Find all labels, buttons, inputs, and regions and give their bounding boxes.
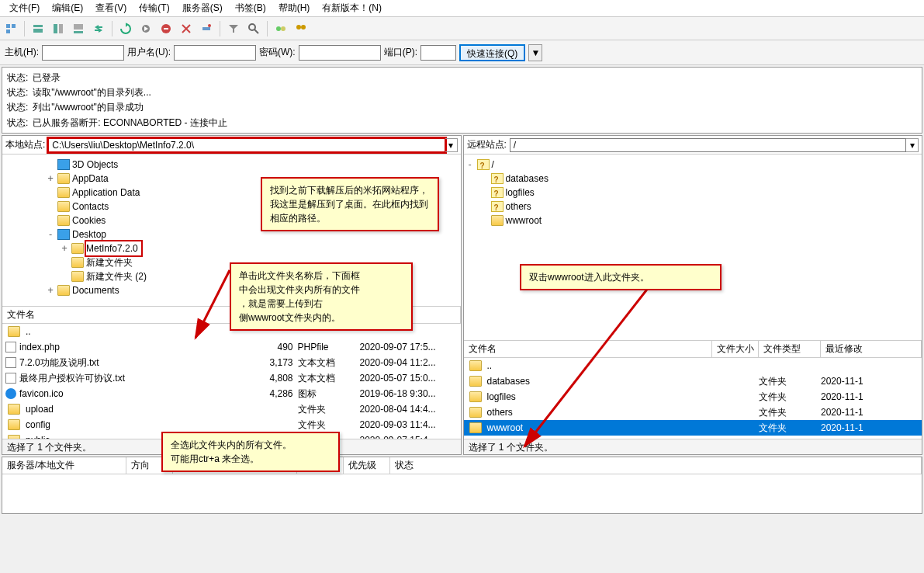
folder-icon bbox=[8, 419, 20, 430]
remote-file-list[interactable]: ..databases文件夹2020-11-1logfiles文件夹2020-1… bbox=[464, 358, 922, 439]
log-msg: 已从服务器断开: ECONNABORTED - 连接中止 bbox=[33, 116, 227, 130]
tree-label: logfiles bbox=[506, 186, 535, 200]
local-path-dropdown[interactable]: ▾ bbox=[445, 138, 458, 152]
search-icon[interactable] bbox=[244, 19, 263, 38]
filter-icon[interactable] bbox=[224, 19, 243, 38]
quickconnect-button[interactable]: 快速连接(Q) bbox=[459, 44, 525, 61]
col-date[interactable]: 最近修改 bbox=[821, 341, 922, 357]
col-name[interactable]: 文件名 bbox=[464, 341, 713, 357]
tree-node[interactable]: logfiles bbox=[465, 186, 921, 200]
log-label: 状态: bbox=[7, 71, 28, 85]
tree-toggle[interactable] bbox=[46, 186, 55, 200]
q-col-pri[interactable]: 优先级 bbox=[344, 457, 390, 474]
svg-point-17 bbox=[281, 26, 286, 31]
file-row[interactable]: 7.2.0功能及说明.txt3,173文本文档2020-09-04 11:2..… bbox=[2, 355, 461, 370]
local-path-label: 本地站点: bbox=[5, 138, 45, 151]
tree-toggle[interactable] bbox=[60, 255, 69, 269]
toggle-tree-icon[interactable] bbox=[49, 19, 67, 38]
col-name[interactable]: 文件名 bbox=[2, 307, 251, 323]
menu-server[interactable]: 服务器(S) bbox=[176, 0, 229, 16]
toolbar bbox=[0, 17, 924, 40]
menu-bookmark[interactable]: 书签(B) bbox=[229, 0, 272, 16]
col-size[interactable]: 文件大小 bbox=[712, 341, 759, 357]
log-msg: 列出"/wwwroot"的目录成功 bbox=[33, 100, 144, 115]
file-type: 文本文档 bbox=[298, 356, 360, 370]
file-row[interactable]: config文件夹2020-09-03 11:4... bbox=[2, 417, 461, 432]
process-queue-icon[interactable] bbox=[137, 19, 155, 38]
tree-toggle[interactable] bbox=[46, 214, 55, 227]
tree-toggle[interactable]: + bbox=[46, 172, 55, 186]
svg-point-14 bbox=[249, 24, 255, 30]
file-date: 2020-09-07 17:5... bbox=[360, 342, 461, 352]
file-row[interactable]: favicon.ico4,286图标2019-06-18 9:30... bbox=[2, 386, 461, 401]
col-type[interactable]: 文件类型 bbox=[759, 341, 821, 357]
toggle-log-icon[interactable] bbox=[29, 19, 47, 38]
file-name: config bbox=[26, 419, 50, 430]
tree-toggle[interactable]: + bbox=[46, 283, 55, 297]
svg-rect-8 bbox=[74, 31, 83, 33]
reconnect-icon[interactable] bbox=[197, 19, 216, 38]
file-row[interactable]: 最终用户授权许可协议.txt4,808文本文档2020-05-07 15:0..… bbox=[2, 370, 461, 386]
tree-toggle[interactable] bbox=[46, 200, 55, 214]
quickconnect-dropdown[interactable]: ▼ bbox=[528, 44, 542, 61]
tree-toggle[interactable] bbox=[479, 214, 489, 227]
refresh-icon[interactable] bbox=[116, 19, 135, 38]
tree-toggle[interactable]: - bbox=[46, 227, 55, 241]
file-row[interactable]: databases文件夹2020-11-1 bbox=[464, 373, 922, 389]
svg-rect-12 bbox=[202, 27, 210, 30]
remote-list-header: 文件名 文件大小 文件类型 最近修改 bbox=[464, 341, 922, 358]
tree-node[interactable]: databases bbox=[465, 172, 921, 186]
tree-toggle[interactable] bbox=[479, 186, 489, 200]
port-input[interactable] bbox=[420, 45, 456, 61]
tree-toggle[interactable] bbox=[60, 269, 69, 283]
sync-browse-icon[interactable] bbox=[89, 19, 108, 38]
host-input[interactable] bbox=[42, 45, 124, 61]
file-row[interactable]: index.php490PHPfile2020-09-07 17:5... bbox=[2, 339, 461, 355]
file-row[interactable]: logfiles文件夹2020-11-1 bbox=[464, 389, 922, 405]
tree-node[interactable]: others bbox=[465, 200, 921, 214]
svg-line-15 bbox=[254, 30, 258, 33]
menu-update[interactable]: 有新版本！(N) bbox=[316, 0, 388, 16]
tree-toggle[interactable]: - bbox=[465, 158, 475, 172]
tree-toggle[interactable] bbox=[479, 200, 489, 214]
site-manager-icon[interactable] bbox=[2, 19, 20, 38]
svg-rect-4 bbox=[33, 29, 43, 33]
tree-node[interactable]: -/ bbox=[465, 158, 921, 172]
file-date: 2020-09-03 11:4... bbox=[360, 419, 461, 430]
remote-tree[interactable]: -/ databases logfiles others wwwroot bbox=[464, 155, 922, 341]
message-log[interactable]: 状态:已登录状态:读取"/wwwroot"的目录列表...状态:列出"/wwwr… bbox=[2, 67, 922, 134]
tree-node[interactable]: wwwroot bbox=[465, 214, 921, 227]
file-row[interactable]: wwwroot文件夹2020-11-1 bbox=[464, 420, 922, 436]
file-row[interactable]: .. bbox=[464, 358, 922, 373]
menu-file[interactable]: 文件(F) bbox=[3, 0, 46, 16]
folder-icon bbox=[57, 173, 70, 184]
file-row[interactable]: upload文件夹2020-08-04 14:4... bbox=[2, 401, 461, 417]
file-row[interactable]: others文件夹2020-11-1 bbox=[464, 405, 922, 420]
toggle-queue-icon[interactable] bbox=[69, 19, 88, 38]
remote-path-dropdown[interactable]: ▾ bbox=[906, 138, 919, 152]
menu-transfer[interactable]: 传输(T) bbox=[133, 0, 175, 16]
user-input[interactable] bbox=[174, 45, 256, 61]
compare-icon[interactable] bbox=[272, 19, 290, 38]
local-file-list[interactable]: ..index.php490PHPfile2020-09-07 17:5...7… bbox=[2, 324, 461, 439]
tree-toggle[interactable]: + bbox=[60, 241, 69, 255]
find-icon[interactable] bbox=[292, 19, 310, 38]
q-col-stat[interactable]: 状态 bbox=[390, 457, 922, 474]
disconnect-icon[interactable] bbox=[177, 19, 196, 38]
svg-point-18 bbox=[296, 25, 301, 30]
cancel-icon[interactable] bbox=[157, 19, 175, 38]
svg-rect-5 bbox=[54, 24, 57, 33]
menu-view[interactable]: 查看(V) bbox=[89, 0, 133, 16]
pass-input[interactable] bbox=[299, 45, 381, 61]
tree-node[interactable]: +MetInfo7.2.0 bbox=[4, 241, 459, 255]
tree-toggle[interactable] bbox=[479, 172, 489, 186]
menu-edit[interactable]: 编辑(E) bbox=[46, 0, 89, 16]
local-path-input[interactable] bbox=[48, 138, 445, 152]
remote-path-input[interactable] bbox=[510, 138, 906, 152]
callout-2: 单击此文件夹名称后，下面框中会出现文件夹内所有的文件，就是需要上传到右侧wwwr… bbox=[230, 262, 413, 331]
menu-help[interactable]: 帮助(H) bbox=[272, 0, 317, 16]
file-size: 4,286 bbox=[251, 388, 298, 399]
tree-node[interactable]: 3D Objects bbox=[4, 158, 459, 172]
tree-toggle[interactable] bbox=[46, 158, 55, 172]
q-col-server[interactable]: 服务器/本地文件 bbox=[2, 457, 126, 474]
